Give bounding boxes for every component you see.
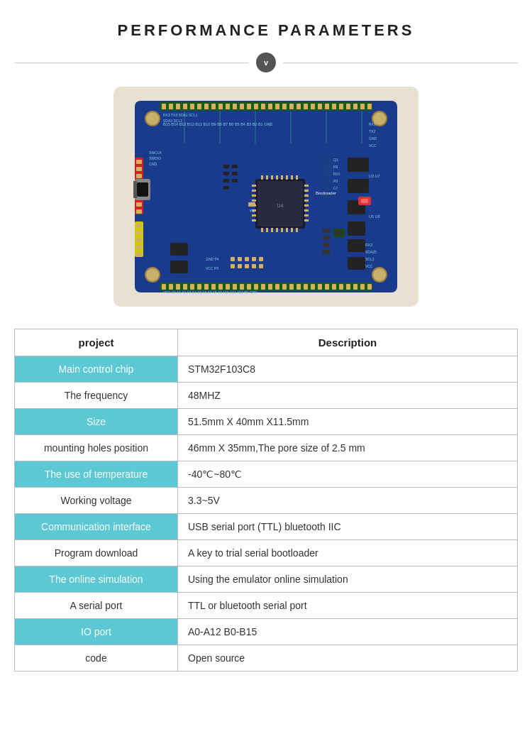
svg-rect-165 <box>170 261 188 273</box>
table-cell-description: Open source <box>178 645 518 672</box>
svg-rect-129 <box>223 186 229 190</box>
divider-row: v <box>14 53 518 72</box>
table-row: Main control chipSTM32F103C8 <box>15 356 518 383</box>
svg-text:GND P4: GND P4 <box>206 257 219 261</box>
svg-rect-14 <box>211 104 216 109</box>
svg-rect-125 <box>223 172 229 175</box>
svg-rect-109 <box>286 175 288 180</box>
svg-rect-30 <box>325 104 329 109</box>
svg-rect-28 <box>311 104 315 109</box>
svg-text:VCC A0  A1  A2  A3  A4  A5  A6: VCC A0 A1 A2 A3 A4 A5 A6 A7 A8 A9 A10 A1… <box>163 290 257 295</box>
svg-text:U5 U8: U5 U8 <box>369 214 380 219</box>
table-row: mounting holes position46mm X 35mm,The p… <box>15 435 518 461</box>
svg-text:R9: R9 <box>333 165 338 169</box>
svg-rect-72 <box>136 174 142 178</box>
svg-rect-121 <box>248 202 255 207</box>
svg-rect-103 <box>304 219 309 221</box>
table-cell-description: STM32F103C8 <box>178 356 518 383</box>
svg-rect-71 <box>136 167 142 171</box>
svg-rect-167 <box>238 257 242 261</box>
svg-text:SWCLK: SWCLK <box>149 150 162 155</box>
svg-rect-24 <box>282 104 287 109</box>
table-row: A serial portTTL or bluetooth serial por… <box>15 593 518 619</box>
pcb-svg: U4 Y1 <box>113 87 419 307</box>
svg-rect-107 <box>276 175 278 180</box>
table-cell-project: A serial port <box>15 593 178 619</box>
table-cell-description: 51.5mm X 40mm X11.5mm <box>178 409 518 435</box>
svg-rect-40 <box>176 284 180 290</box>
svg-text:RX3: RX3 <box>365 243 372 247</box>
table-cell-project: Main control chip <box>15 356 178 383</box>
svg-text:Bootloader: Bootloader <box>316 191 336 195</box>
svg-rect-170 <box>259 257 263 261</box>
table-cell-description: TTL or bluetooth serial port <box>178 593 518 619</box>
svg-point-5 <box>372 268 387 282</box>
svg-text:VCC: VCC <box>365 264 373 268</box>
svg-text:SCL2: SCL2 <box>365 257 375 261</box>
divider-left <box>14 62 249 63</box>
svg-rect-127 <box>223 179 229 182</box>
svg-rect-119 <box>296 228 298 232</box>
svg-rect-57 <box>297 284 301 290</box>
svg-rect-65 <box>353 284 358 290</box>
svg-rect-21 <box>261 104 265 109</box>
svg-rect-111 <box>296 175 298 180</box>
svg-rect-95 <box>252 219 256 221</box>
svg-rect-112 <box>261 228 263 232</box>
svg-rect-166 <box>231 257 235 261</box>
svg-rect-186 <box>323 250 330 254</box>
table-header-row: project Description <box>15 329 518 356</box>
svg-rect-67 <box>367 284 372 290</box>
svg-text:Q1: Q1 <box>333 158 338 162</box>
svg-rect-171 <box>231 264 235 268</box>
svg-rect-106 <box>271 175 273 180</box>
table-cell-description: -40℃~80℃ <box>178 461 518 488</box>
svg-rect-116 <box>281 228 283 232</box>
svg-rect-139 <box>348 221 365 236</box>
svg-rect-183 <box>323 229 330 233</box>
svg-rect-7 <box>162 104 166 109</box>
svg-text:Y1: Y1 <box>249 209 255 213</box>
svg-rect-102 <box>304 214 309 217</box>
svg-rect-97 <box>304 190 309 192</box>
svg-rect-60 <box>318 284 322 290</box>
svg-rect-133 <box>323 179 331 183</box>
svg-rect-131 <box>323 165 331 169</box>
svg-rect-80 <box>136 238 142 242</box>
board-image: U4 Y1 <box>113 87 419 307</box>
svg-rect-10 <box>183 104 187 109</box>
svg-rect-49 <box>240 284 244 290</box>
svg-text:R2: R2 <box>333 179 338 183</box>
table-cell-project: mounting holes position <box>15 435 178 461</box>
svg-rect-62 <box>332 284 336 290</box>
table-cell-description: Using the emulator online simulation <box>178 566 518 593</box>
svg-text:GND: GND <box>369 136 377 141</box>
table-cell-project: The frequency <box>15 383 178 409</box>
svg-rect-15 <box>218 104 223 109</box>
svg-rect-32 <box>339 104 343 109</box>
table-row: Size51.5mm X 40mm X11.5mm <box>15 409 518 435</box>
svg-rect-98 <box>304 195 309 197</box>
svg-rect-185 <box>323 243 330 247</box>
svg-rect-51 <box>254 284 258 290</box>
svg-rect-78 <box>136 224 142 228</box>
svg-text:SDA2 SCL2: SDA2 SCL2 <box>163 119 182 123</box>
svg-rect-123 <box>223 165 229 168</box>
svg-rect-143 <box>336 231 343 235</box>
svg-text:GND: GND <box>149 162 157 166</box>
svg-rect-164 <box>170 243 188 256</box>
params-table: project Description Main control chipSTM… <box>14 329 518 672</box>
table-cell-description: USB serial port (TTL) bluetooth IIC <box>178 514 518 540</box>
svg-rect-26 <box>297 104 301 109</box>
svg-rect-96 <box>304 185 309 187</box>
svg-rect-36 <box>367 104 372 109</box>
svg-rect-47 <box>226 284 230 290</box>
table-cell-description: A0-A12 B0-B15 <box>178 619 518 645</box>
divider-right <box>283 62 518 63</box>
svg-rect-44 <box>204 284 209 290</box>
table-row: The online simulationUsing the emulator … <box>15 566 518 593</box>
svg-rect-118 <box>291 228 293 232</box>
svg-rect-108 <box>281 175 283 180</box>
svg-rect-124 <box>232 165 238 168</box>
svg-rect-114 <box>271 228 273 232</box>
